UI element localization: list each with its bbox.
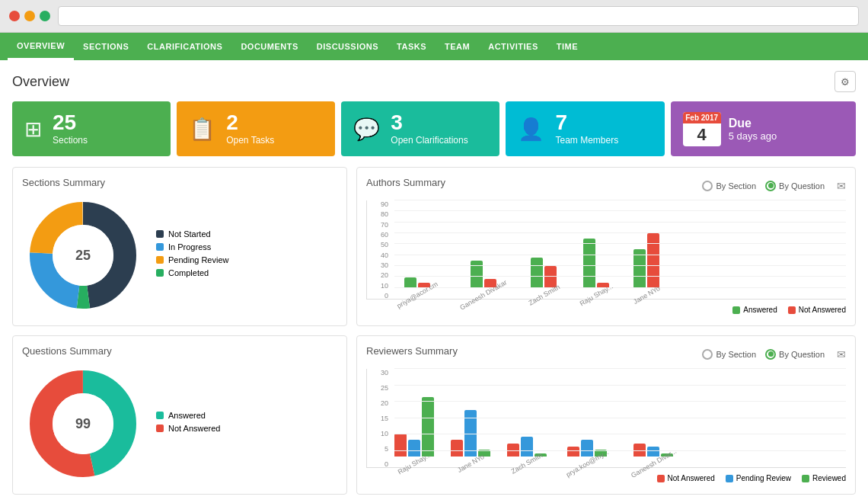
bar-group: Ganeesh Divakar bbox=[457, 261, 510, 299]
pending-bar bbox=[408, 440, 420, 457]
bar-group: Raju Shay... bbox=[578, 239, 614, 299]
sections-chart-container: 25 Not StartedIn ProgressPending ReviewC… bbox=[22, 194, 337, 316]
bar-group: Zach Smith bbox=[507, 437, 547, 467]
card-icon: 📋 bbox=[189, 117, 215, 142]
legend-dot bbox=[156, 256, 164, 264]
reviewers-summary-title: Reviewers Summary bbox=[366, 345, 458, 357]
grid-line bbox=[394, 255, 846, 255]
not-answered-bar bbox=[451, 440, 463, 457]
grid-line bbox=[394, 200, 846, 200]
reviewers-by-section-radio[interactable]: By Section bbox=[702, 349, 756, 360]
legend-label: Answered bbox=[168, 411, 206, 420]
main-content: Overview ⚙ ⊞ 25 Sections 📋 2 Open Tasks … bbox=[0, 60, 868, 503]
panels-row-1: Sections Summary 25 bbox=[12, 167, 856, 326]
card-icon: 👤 bbox=[518, 117, 544, 142]
questions-legend-item: Answered bbox=[156, 411, 220, 420]
legend-label: Not Answered bbox=[168, 424, 220, 433]
bar-chart-inner: 051015202530Raju Shay...Jane NYoZach Smi… bbox=[366, 369, 846, 468]
questions-summary-title: Questions Summary bbox=[22, 345, 337, 357]
reviewers-panel-header: Reviewers Summary By Section By Question… bbox=[366, 345, 846, 363]
nav-item-discussions[interactable]: DISCUSSIONS bbox=[308, 33, 388, 60]
questions-summary-panel: Questions Summary 99 AnsweredNot Answere… bbox=[12, 335, 347, 495]
card-sections: ⊞ 25 Sections bbox=[12, 101, 171, 156]
grid-line bbox=[394, 232, 846, 233]
reviewers-by-question-radio[interactable]: By Question bbox=[765, 349, 825, 360]
cal-month: Feb 2017 bbox=[683, 112, 721, 123]
card-info: 7 Team Members bbox=[555, 112, 618, 146]
answered-bar bbox=[583, 239, 595, 288]
bar-legend: Answered Not Answered bbox=[366, 306, 846, 314]
questions-legend: AnsweredNot Answered bbox=[156, 411, 220, 437]
nav-item-clarifications[interactable]: CLARIFICATIONS bbox=[138, 33, 231, 60]
sections-summary-title: Sections Summary bbox=[22, 177, 337, 188]
card-label: Sections bbox=[53, 135, 88, 146]
close-dot[interactable] bbox=[9, 11, 20, 21]
browser-chrome bbox=[0, 0, 868, 33]
authors-email-icon[interactable]: ✉ bbox=[837, 180, 846, 192]
card-open-clarifications: 💬 3 Open Clarifications bbox=[341, 101, 499, 156]
bar-legend-dot bbox=[657, 475, 665, 482]
grid-line bbox=[394, 222, 846, 223]
reviewers-email-icon[interactable]: ✉ bbox=[837, 348, 846, 360]
bar-group: prya.koo@my... bbox=[563, 440, 611, 467]
legend-dot bbox=[156, 243, 164, 251]
bar-legend: Not Answered Pending Review Reviewed bbox=[366, 474, 846, 482]
bars bbox=[394, 397, 434, 457]
grid-line bbox=[394, 210, 846, 211]
bar-group: Ganeesh Divar... bbox=[628, 444, 679, 467]
bar-legend-dot bbox=[788, 306, 796, 314]
bar-legend-label: Pending Review bbox=[736, 474, 791, 482]
questions-chart-container: 99 AnsweredNot Answered bbox=[22, 363, 337, 485]
bars bbox=[531, 258, 557, 288]
nav-item-tasks[interactable]: TASKS bbox=[388, 33, 436, 60]
bar-legend-item: Not Answered bbox=[657, 474, 715, 482]
grid-line bbox=[394, 401, 846, 402]
answered-bar bbox=[531, 258, 543, 288]
nav-item-sections[interactable]: SECTIONS bbox=[74, 33, 138, 60]
card-icon: 💬 bbox=[353, 117, 380, 142]
grid-line bbox=[394, 276, 846, 277]
nav-item-activities[interactable]: ACTIVITIES bbox=[479, 33, 547, 60]
nav-item-overview[interactable]: OVERVIEW bbox=[8, 33, 74, 60]
card-label: Open Clarifications bbox=[391, 135, 468, 146]
nav-item-documents[interactable]: DOCUMENTS bbox=[231, 33, 307, 60]
legend-dot bbox=[156, 412, 164, 419]
not-answered-bar bbox=[394, 434, 407, 457]
settings-button[interactable]: ⚙ bbox=[834, 71, 856, 92]
due-text: 5 days ago bbox=[729, 130, 777, 142]
bar-legend-label: Answered bbox=[743, 306, 777, 314]
authors-summary-title: Authors Summary bbox=[366, 177, 445, 188]
reviewers-bar-chart: 051015202530Raju Shay...Jane NYoZach Smi… bbox=[366, 369, 846, 483]
card-info: 25 Sections bbox=[53, 112, 88, 146]
grid-line bbox=[394, 450, 846, 451]
bar-legend-dot bbox=[732, 306, 740, 314]
due-info: Due 5 days ago bbox=[729, 117, 777, 142]
bar-legend-item: Pending Review bbox=[726, 474, 791, 482]
card-label: Team Members bbox=[555, 135, 618, 146]
legend-label: Pending Review bbox=[168, 255, 229, 264]
bar-legend-dot bbox=[802, 475, 809, 482]
nav-item-time[interactable]: TIME bbox=[547, 33, 587, 60]
sections-legend-item: Completed bbox=[156, 268, 229, 277]
pending-bar bbox=[521, 437, 533, 457]
reviewers-radio-group: By Section By Question bbox=[702, 349, 825, 360]
not-answered-bar bbox=[567, 447, 579, 457]
card-open-tasks: 📋 2 Open Tasks bbox=[177, 101, 335, 156]
card-number: 3 bbox=[391, 112, 468, 133]
minimize-dot[interactable] bbox=[24, 11, 35, 21]
panels-row-2: Questions Summary 99 AnsweredNot Answere… bbox=[12, 335, 856, 495]
authors-summary-panel: Authors Summary By Section By Question ✉ bbox=[356, 167, 856, 326]
card-number: 7 bbox=[555, 112, 618, 133]
bars bbox=[583, 239, 609, 288]
authors-radio-group: By Section By Question bbox=[702, 181, 825, 191]
grid-line bbox=[394, 368, 846, 369]
authors-by-section-radio[interactable]: By Section bbox=[702, 181, 756, 191]
nav-item-team[interactable]: TEAM bbox=[436, 33, 479, 60]
authors-by-question-radio[interactable]: By Question bbox=[765, 181, 825, 191]
address-bar[interactable] bbox=[58, 6, 859, 26]
cal-day: 4 bbox=[683, 123, 721, 146]
not-answered-bar bbox=[647, 233, 659, 288]
bar-group: Zach Smith bbox=[527, 258, 562, 299]
grid-line bbox=[394, 385, 846, 386]
maximize-dot[interactable] bbox=[40, 11, 50, 21]
